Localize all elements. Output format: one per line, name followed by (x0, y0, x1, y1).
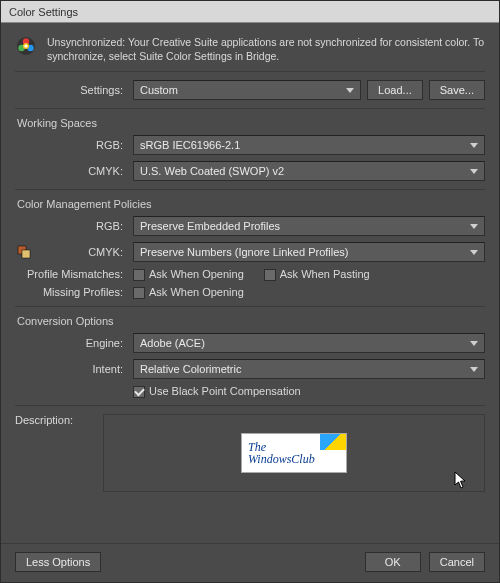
mismatch-ask-open[interactable]: Ask When Opening (133, 268, 244, 280)
working-spaces-group: Working Spaces RGB: sRGB IEC61966-2.1 CM… (15, 108, 485, 181)
footer: Less Options OK Cancel (1, 543, 499, 582)
description-content: The WindowsClub (241, 433, 347, 473)
settings-select[interactable]: Custom (133, 80, 361, 100)
layers-icon (15, 244, 33, 260)
svg-point-5 (24, 44, 27, 47)
description-box: The WindowsClub (103, 414, 485, 492)
ws-rgb-label: RGB: (15, 139, 127, 151)
bpc-label: Use Black Point Compensation (149, 385, 301, 397)
intent-label: Intent: (15, 363, 127, 375)
ws-cmyk-label: CMYK: (15, 165, 127, 177)
description-block: Description: The WindowsClub (15, 405, 485, 492)
flag-icon (320, 434, 346, 450)
bpc-check[interactable]: Use Black Point Compensation (133, 385, 301, 397)
settings-row: Settings: Custom Load... Save... (15, 80, 485, 100)
less-options-button[interactable]: Less Options (15, 552, 101, 572)
settings-label: Settings: (15, 84, 127, 96)
color-settings-window: Color Settings Unsynchronized: Your Crea… (0, 0, 500, 583)
window-body: Unsynchronized: Your Creative Suite appl… (1, 23, 499, 543)
ws-cmyk-select[interactable]: U.S. Web Coated (SWOP) v2 (133, 161, 485, 181)
window-titlebar: Color Settings (1, 1, 499, 23)
checkbox-icon[interactable] (264, 269, 276, 281)
ok-button[interactable]: OK (365, 552, 421, 572)
pol-rgb-label: RGB: (15, 220, 127, 232)
pol-rgb-select[interactable]: Preserve Embedded Profiles (133, 216, 485, 236)
intent-value: Relative Colorimetric (140, 363, 241, 375)
svg-rect-7 (22, 250, 30, 258)
pol-cmyk-label: CMYK: (39, 246, 127, 258)
mismatch-ask-open-label: Ask When Opening (149, 268, 244, 280)
mismatch-label: Profile Mismatches: (15, 268, 127, 280)
pol-cmyk-select[interactable]: Preserve Numbers (Ignore Linked Profiles… (133, 242, 485, 262)
load-button[interactable]: Load... (367, 80, 423, 100)
save-button[interactable]: Save... (429, 80, 485, 100)
desc-line2: WindowsClub (248, 452, 315, 466)
policies-group: Color Management Policies RGB: Preserve … (15, 189, 485, 298)
policies-title: Color Management Policies (15, 198, 485, 210)
sync-message: Unsynchronized: Your Creative Suite appl… (47, 35, 485, 63)
checkbox-icon[interactable] (133, 269, 145, 281)
checkbox-icon[interactable] (133, 287, 145, 299)
working-spaces-title: Working Spaces (15, 117, 485, 129)
engine-label: Engine: (15, 337, 127, 349)
mismatch-ask-paste-label: Ask When Pasting (280, 268, 370, 280)
checkbox-checked-icon[interactable] (133, 386, 145, 398)
window-title: Color Settings (9, 6, 78, 18)
ws-rgb-value: sRGB IEC61966-2.1 (140, 139, 240, 151)
pol-cmyk-value: Preserve Numbers (Ignore Linked Profiles… (140, 246, 348, 258)
description-label: Description: (15, 414, 95, 492)
unsynchronized-icon (15, 35, 37, 57)
intent-select[interactable]: Relative Colorimetric (133, 359, 485, 379)
mismatch-ask-paste[interactable]: Ask When Pasting (264, 268, 370, 280)
pol-rgb-value: Preserve Embedded Profiles (140, 220, 280, 232)
missing-ask-open[interactable]: Ask When Opening (133, 286, 244, 298)
cancel-button[interactable]: Cancel (429, 552, 485, 572)
ws-rgb-select[interactable]: sRGB IEC61966-2.1 (133, 135, 485, 155)
conversion-group: Conversion Options Engine: Adobe (ACE) I… (15, 306, 485, 397)
missing-ask-open-label: Ask When Opening (149, 286, 244, 298)
ws-cmyk-value: U.S. Web Coated (SWOP) v2 (140, 165, 284, 177)
engine-value: Adobe (ACE) (140, 337, 205, 349)
engine-select[interactable]: Adobe (ACE) (133, 333, 485, 353)
sync-status: Unsynchronized: Your Creative Suite appl… (15, 33, 485, 72)
missing-label: Missing Profiles: (15, 286, 127, 298)
settings-value: Custom (140, 84, 178, 96)
conversion-title: Conversion Options (15, 315, 485, 327)
